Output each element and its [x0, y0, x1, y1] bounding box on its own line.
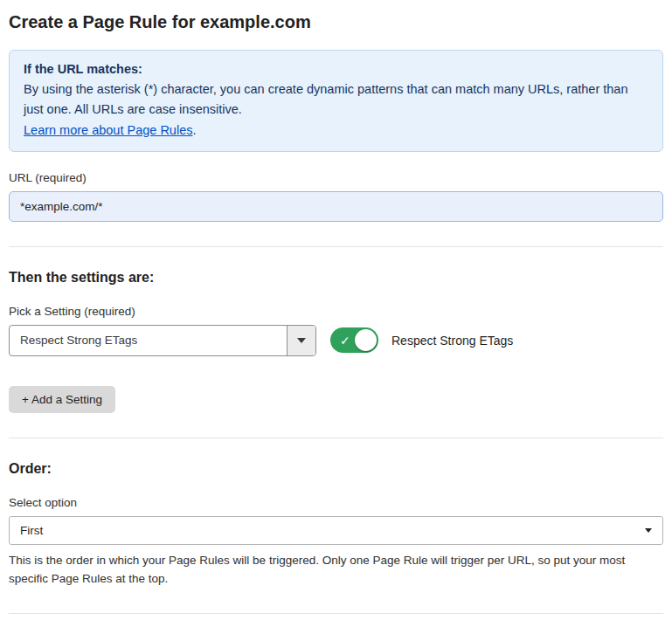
order-heading: Order: — [9, 461, 663, 477]
add-setting-button[interactable]: + Add a Setting — [9, 386, 115, 413]
order-select-label: Select option — [9, 496, 663, 509]
learn-more-link[interactable]: Learn more about Page Rules — [24, 123, 192, 137]
setting-select-caret-button[interactable] — [287, 326, 315, 355]
page-rule-form: Create a Page Rule for example.com If th… — [9, 12, 663, 627]
caret-down-icon — [645, 528, 652, 533]
toggle-label: Respect Strong ETags — [391, 334, 513, 348]
url-label: URL (required) — [9, 171, 663, 184]
page-title: Create a Page Rule for example.com — [9, 12, 663, 32]
url-input[interactable] — [9, 191, 663, 222]
setting-select-value: Respect Strong ETags — [10, 326, 287, 355]
order-help-text: This is the order in which your Page Rul… — [9, 552, 660, 589]
section-divider — [9, 613, 663, 614]
settings-heading: Then the settings are: — [9, 270, 663, 286]
pick-setting-label: Pick a Setting (required) — [9, 305, 663, 318]
caret-down-icon — [297, 338, 306, 343]
order-select-dropdown[interactable]: First — [9, 516, 663, 545]
etags-toggle-switch[interactable]: ✓ — [330, 327, 378, 353]
info-box-body: By using the asterisk (*) character, you… — [24, 79, 648, 120]
url-match-info-box: If the URL matches: By using the asteris… — [9, 50, 663, 152]
section-divider — [9, 438, 663, 438]
info-link-row: Learn more about Page Rules. — [24, 121, 648, 141]
info-box-heading: If the URL matches: — [24, 59, 648, 79]
link-period-text: . — [192, 123, 196, 137]
toggle-knob — [355, 329, 377, 351]
check-icon: ✓ — [340, 334, 350, 348]
section-divider — [9, 246, 663, 247]
order-select-value: First — [20, 524, 43, 537]
setting-select-dropdown[interactable]: Respect Strong ETags — [9, 325, 316, 356]
setting-row: Respect Strong ETags ✓ Respect Strong ET… — [9, 325, 663, 356]
